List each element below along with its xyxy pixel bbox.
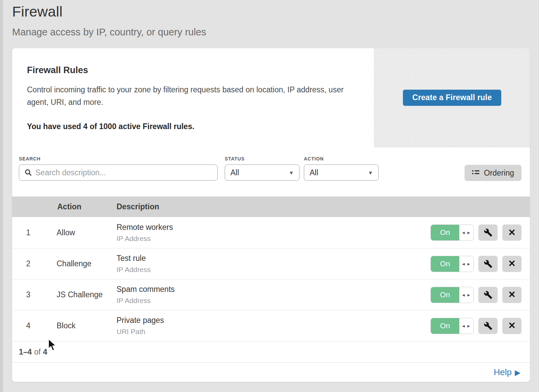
chevron-down-icon: ▼ (368, 170, 373, 175)
rule-priority: 2 (12, 259, 57, 268)
search-icon (25, 169, 32, 176)
page-title: Firewall (12, 3, 206, 20)
rule-controls: On ◂ ▸ ✕ (431, 287, 530, 303)
rule-description-cell: Test rule IP Address (117, 254, 431, 274)
rules-table-body: 1 Allow Remote workers IP Address On ◂ ▸… (12, 217, 530, 341)
wrench-icon (484, 322, 493, 330)
status-select[interactable]: All ▼ (225, 164, 299, 181)
rule-enabled-toggle[interactable]: On ◂ ▸ (431, 224, 474, 241)
pagination-total: 4 (43, 348, 47, 357)
rule-controls: On ◂ ▸ ✕ (431, 224, 530, 241)
rules-description: Control incoming traffic to your zone by… (27, 84, 347, 109)
rule-match-type: IP Address (117, 266, 431, 274)
pagination-range: 1–4 (19, 348, 32, 357)
rule-action: Block (57, 321, 117, 330)
rule-match-type: IP Address (117, 297, 431, 305)
search-input[interactable] (32, 165, 217, 180)
search-input-box (19, 164, 218, 181)
table-row: 2 Challenge Test rule IP Address On ◂ ▸ … (12, 248, 530, 279)
table-row: 4 Block Private pages URI Path On ◂ ▸ ✕ (12, 310, 530, 341)
page-header: Firewall Manage access by IP, country, o… (12, 3, 206, 38)
search-filter-group: SEARCH (19, 156, 218, 181)
wrench-icon (484, 291, 493, 299)
rule-description: Private pages (117, 316, 431, 325)
rule-priority: 4 (12, 321, 57, 330)
rule-controls: On ◂ ▸ ✕ (431, 318, 530, 334)
chevron-down-icon: ▼ (289, 170, 294, 175)
toggle-on-label: On (431, 318, 459, 334)
toggle-arrows-icon: ◂ ▸ (459, 256, 473, 272)
delete-rule-button[interactable]: ✕ (502, 256, 521, 272)
status-select-value: All (230, 168, 239, 177)
rules-heading: Firewall Rules (27, 65, 364, 76)
toggle-arrows-icon: ◂ ▸ (459, 287, 473, 303)
toggle-on-label: On (431, 287, 459, 303)
rule-description: Test rule (117, 254, 431, 263)
action-filter-group: ACTION All ▼ (304, 156, 379, 181)
rule-description-cell: Remote workers IP Address (117, 223, 431, 243)
rule-priority: 1 (12, 228, 57, 237)
rules-summary-section: Firewall Rules Control incoming traffic … (12, 48, 530, 147)
help-link[interactable]: Help ▶ (494, 367, 520, 378)
help-row: Help ▶ (12, 362, 530, 382)
page-subtitle: Manage access by IP, country, or query r… (12, 27, 206, 38)
rule-enabled-toggle[interactable]: On ◂ ▸ (431, 256, 474, 272)
filter-section: SEARCH STATUS All ▼ ACTION All (12, 147, 530, 197)
pagination-of: of (34, 348, 40, 357)
rules-info: Firewall Rules Control incoming traffic … (12, 48, 374, 147)
create-rule-panel: Create a Firewall rule (374, 48, 530, 147)
status-filter-group: STATUS All ▼ (225, 156, 299, 181)
rule-match-type: URI Path (117, 328, 431, 336)
toggle-on-label: On (431, 225, 459, 240)
action-label: ACTION (304, 156, 379, 161)
table-header: Action Description (12, 197, 530, 217)
toggle-arrows-icon: ◂ ▸ (459, 318, 473, 334)
rule-enabled-toggle[interactable]: On ◂ ▸ (431, 318, 474, 334)
action-select[interactable]: All ▼ (304, 164, 379, 181)
ordering-list-icon (472, 170, 480, 176)
delete-rule-button[interactable]: ✕ (502, 224, 521, 241)
rule-action: JS Challenge (57, 290, 117, 299)
rule-priority: 3 (12, 290, 57, 299)
toggle-on-label: On (431, 256, 459, 272)
table-row: 3 JS Challenge Spam comments IP Address … (12, 279, 530, 310)
close-icon: ✕ (508, 228, 516, 237)
close-icon: ✕ (508, 259, 516, 268)
ordering-button-label: Ordering (484, 169, 514, 178)
rule-enabled-toggle[interactable]: On ◂ ▸ (431, 287, 474, 303)
delete-rule-button[interactable]: ✕ (502, 318, 521, 334)
wrench-icon (484, 260, 493, 268)
table-row: 1 Allow Remote workers IP Address On ◂ ▸… (12, 217, 530, 248)
firewall-rules-card: Firewall Rules Control incoming traffic … (12, 48, 530, 382)
close-icon: ✕ (508, 290, 516, 299)
description-column-header: Description (117, 202, 530, 211)
edit-rule-button[interactable] (478, 224, 498, 241)
help-link-label: Help (494, 367, 512, 378)
pagination-row: 1–4 of 4 (12, 341, 530, 362)
edit-rule-button[interactable] (478, 287, 498, 303)
search-label: SEARCH (19, 156, 218, 161)
edit-rule-button[interactable] (478, 256, 498, 272)
rule-description: Remote workers (117, 223, 431, 232)
toggle-arrows-icon: ◂ ▸ (459, 225, 473, 240)
help-arrow-icon: ▶ (515, 368, 520, 376)
ordering-button[interactable]: Ordering (465, 165, 521, 181)
action-select-value: All (310, 168, 318, 177)
page-left-edge (0, 0, 3, 392)
create-firewall-rule-button[interactable]: Create a Firewall rule (403, 90, 501, 106)
delete-rule-button[interactable]: ✕ (502, 287, 521, 303)
rule-description: Spam comments (117, 285, 431, 294)
close-icon: ✕ (508, 321, 516, 330)
wrench-icon (484, 228, 493, 237)
status-label: STATUS (225, 156, 299, 161)
rule-controls: On ◂ ▸ ✕ (431, 256, 530, 272)
rules-usage-note: You have used 4 of 1000 active Firewall … (27, 122, 364, 131)
rule-match-type: IP Address (117, 235, 431, 243)
rule-description-cell: Spam comments IP Address (117, 285, 431, 305)
action-column-header: Action (57, 202, 117, 211)
rule-description-cell: Private pages URI Path (117, 316, 431, 336)
rule-action: Allow (57, 228, 117, 237)
rule-action: Challenge (57, 259, 117, 268)
edit-rule-button[interactable] (478, 318, 498, 334)
